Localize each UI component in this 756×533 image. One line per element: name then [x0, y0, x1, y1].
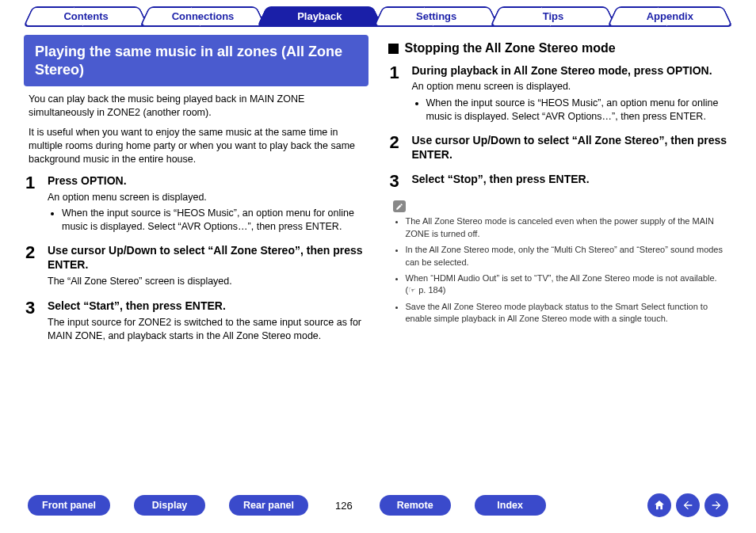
right-step-3: 3 Select “Stop”, then press ENTER.	[390, 172, 731, 191]
home-button[interactable]	[647, 493, 671, 517]
subheading: Stopping the All Zone Stereo mode	[388, 41, 733, 55]
step-number: 2	[390, 133, 412, 164]
step-desc: The “All Zone Stereo” screen is displaye…	[48, 275, 367, 288]
arrow-right-icon	[710, 499, 723, 512]
arrow-left-icon	[682, 499, 694, 512]
step-bullet: When the input source is “HEOS Music”, a…	[426, 97, 731, 124]
step-number: 3	[390, 172, 412, 191]
note-item: In the All Zone Stereo mode, only the “M…	[406, 244, 728, 268]
tab-label: Connections	[172, 10, 235, 22]
next-page-button[interactable]	[704, 493, 728, 517]
step-title: Select “Start”, then press ENTER.	[48, 299, 367, 313]
step-title: Use cursor Up/Down to select “All Zone S…	[412, 133, 731, 162]
tab-label: Contents	[63, 10, 108, 22]
square-bullet-icon	[388, 44, 399, 54]
tab-label: Settings	[416, 10, 456, 22]
link-rear-panel[interactable]: Rear panel	[229, 495, 308, 516]
tab-label: Playback	[297, 10, 342, 22]
note-item: The All Zone Stereo mode is canceled eve…	[406, 215, 728, 240]
top-nav-tabs: Contents Connections Playback Settings T…	[0, 0, 756, 35]
tab-appendix[interactable]: Appendix	[612, 6, 728, 27]
tab-connections[interactable]: Connections	[144, 6, 261, 27]
step-desc: An option menu screen is displayed.	[412, 80, 731, 93]
link-display[interactable]: Display	[134, 495, 205, 516]
step-2: 2 Use cursor Up/Down to select “All Zone…	[25, 243, 367, 291]
tab-playback[interactable]: Playback	[262, 6, 378, 27]
section-heading: Playing the same music in all zones (All…	[24, 35, 368, 86]
intro-text-1: You can play back the music being played…	[29, 93, 364, 120]
step-number: 3	[25, 299, 48, 345]
link-remote[interactable]: Remote	[380, 495, 451, 516]
subheading-text: Stopping the All Zone Stereo mode	[405, 41, 616, 55]
tab-contents[interactable]: Contents	[28, 6, 144, 27]
left-column: Playing the same music in all zones (All…	[24, 35, 368, 348]
link-index[interactable]: Index	[475, 495, 546, 516]
note-item: When “HDMI Audio Out” is set to “TV”, th…	[406, 272, 728, 297]
page-number: 126	[335, 500, 353, 512]
step-number: 1	[25, 173, 48, 235]
step-title: During playback in All Zone Stereo mode,…	[412, 63, 731, 78]
step-title: Use cursor Up/Down to select “All Zone S…	[48, 243, 367, 272]
intro-text-2: It is useful when you want to enjoy the …	[29, 126, 364, 166]
step-bullet: When the input source is “HEOS Music”, a…	[62, 207, 367, 234]
link-front-panel[interactable]: Front panel	[28, 495, 110, 516]
tab-label: Tips	[543, 10, 564, 22]
tab-tips[interactable]: Tips	[494, 6, 611, 27]
step-number: 1	[390, 63, 412, 125]
tab-settings[interactable]: Settings	[378, 6, 494, 27]
prev-page-button[interactable]	[676, 493, 700, 517]
right-column: Stopping the All Zone Stereo mode 1 Duri…	[388, 35, 733, 348]
step-1: 1 Press OPTION. An option menu screen is…	[25, 173, 367, 235]
notes-list: The All Zone Stereo mode is canceled eve…	[396, 215, 728, 325]
step-desc: The input source for ZONE2 is switched t…	[48, 316, 367, 343]
step-3: 3 Select “Start”, then press ENTER. The …	[25, 299, 367, 345]
right-step-2: 2 Use cursor Up/Down to select “All Zone…	[390, 133, 731, 164]
step-title: Press OPTION.	[48, 173, 367, 188]
step-desc: An option menu screen is displayed.	[48, 191, 367, 204]
right-step-1: 1 During playback in All Zone Stereo mod…	[390, 63, 731, 125]
note-item: Save the All Zone Stereo mode playback s…	[406, 301, 728, 326]
tab-label: Appendix	[647, 10, 693, 22]
step-title: Select “Stop”, then press ENTER.	[412, 172, 731, 186]
bottom-bar: Front panel Display Rear panel 126 Remot…	[0, 493, 756, 517]
home-icon	[653, 499, 666, 512]
step-number: 2	[25, 243, 48, 291]
note-pencil-icon	[393, 200, 406, 212]
